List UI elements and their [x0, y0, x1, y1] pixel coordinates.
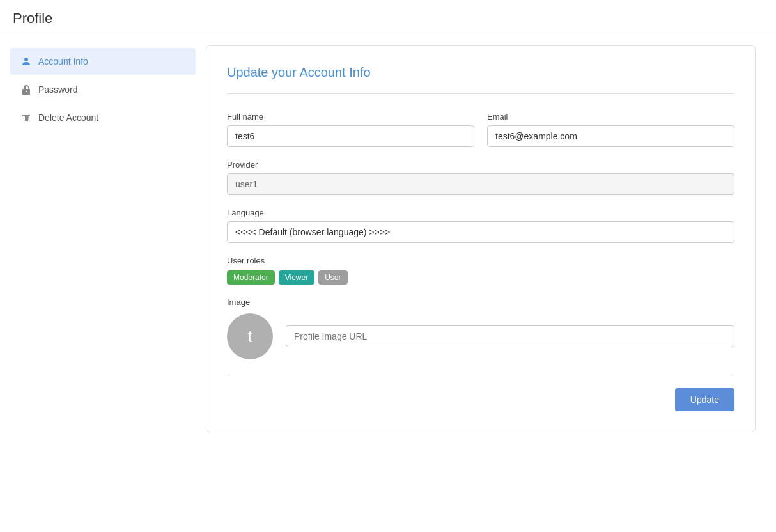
roles-badges: Moderator Viewer User: [227, 270, 734, 285]
form-actions: Update: [227, 388, 734, 411]
language-select[interactable]: <<<< Default (browser language) >>>>: [227, 221, 734, 243]
user-roles-label: User roles: [227, 256, 734, 265]
form-divider-bottom: [227, 375, 734, 375]
form-card: Update your Account Info Full name Email…: [206, 45, 756, 432]
badge-user: User: [318, 270, 347, 285]
profile-image-url-input[interactable]: [286, 325, 734, 347]
provider-label: Provider: [227, 160, 734, 169]
lock-icon: [20, 84, 32, 95]
page-header: Profile: [0, 0, 776, 35]
badge-viewer: Viewer: [279, 270, 314, 285]
avatar: t: [227, 313, 273, 359]
sidebar-item-label-password: Password: [38, 84, 77, 95]
image-section: Image t: [227, 297, 734, 359]
content-area: Update your Account Info Full name Email…: [196, 45, 766, 519]
email-label: Email: [487, 112, 734, 121]
language-label: Language: [227, 208, 734, 217]
page-title: Profile: [13, 10, 763, 27]
form-title: Update your Account Info: [227, 64, 734, 81]
main-layout: Account Info Password Delete Account Upd…: [0, 35, 776, 529]
provider-row: Provider: [227, 160, 734, 195]
full-name-label: Full name: [227, 112, 474, 121]
language-row: Language <<<< Default (browser language)…: [227, 208, 734, 243]
update-button[interactable]: Update: [675, 388, 734, 411]
form-divider-top: [227, 93, 734, 94]
sidebar-item-label-account-info: Account Info: [38, 56, 88, 66]
sidebar-item-account-info[interactable]: Account Info: [10, 48, 196, 75]
user-roles-section: User roles Moderator Viewer User: [227, 256, 734, 285]
trash-icon: [20, 112, 32, 123]
sidebar-item-delete-account[interactable]: Delete Account: [10, 104, 196, 131]
language-group: Language <<<< Default (browser language)…: [227, 208, 734, 243]
avatar-letter: t: [247, 327, 252, 347]
sidebar-item-label-delete-account: Delete Account: [38, 113, 98, 123]
provider-group: Provider: [227, 160, 734, 195]
sidebar-item-password[interactable]: Password: [10, 76, 196, 103]
person-icon: [20, 56, 32, 67]
name-email-row: Full name Email: [227, 112, 734, 147]
full-name-input[interactable]: [227, 125, 474, 147]
email-group: Email: [487, 112, 734, 147]
full-name-group: Full name: [227, 112, 474, 147]
image-row: t: [227, 313, 734, 359]
sidebar: Account Info Password Delete Account: [10, 45, 196, 519]
email-input[interactable]: [487, 125, 734, 147]
badge-moderator: Moderator: [227, 270, 275, 285]
image-label: Image: [227, 297, 734, 307]
provider-input[interactable]: [227, 173, 734, 195]
